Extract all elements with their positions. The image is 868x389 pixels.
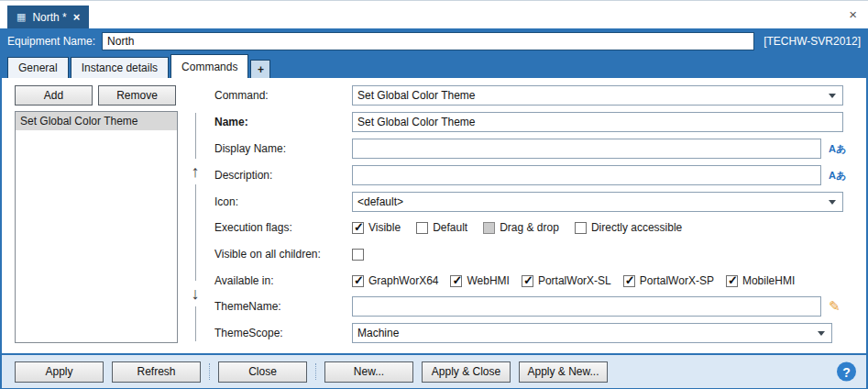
description-input[interactable] [352,165,821,185]
execution-flags-group: Visible Default Drag & drop Directly acc… [352,217,698,238]
equipment-icon: ▦ [16,12,26,22]
description-row: Description: Aあ [214,165,863,185]
checkbox-visible[interactable]: Visible [352,221,401,234]
checkbox-portalworx-sl[interactable]: PortalWorX-SL [522,274,611,287]
checkbox-default-box[interactable] [416,222,428,234]
checkbox-visible-box[interactable] [352,222,364,234]
button-separator [209,363,210,380]
checkbox-portalworx-sl-box[interactable] [522,275,533,287]
new-button[interactable]: New... [324,361,413,383]
name-input[interactable] [352,112,843,132]
checkbox-mobilehmi-box[interactable] [726,275,738,287]
checkbox-mobilehmi[interactable]: MobileHMI [726,274,795,287]
command-value: Set Global Color Theme [357,89,823,102]
checkbox-default[interactable]: Default [416,221,467,234]
add-button[interactable]: Add [15,85,93,106]
remove-button[interactable]: Remove [98,85,176,106]
icon-value: <default> [357,195,823,208]
chevron-down-icon [818,331,825,336]
reorder-control: ↑ ↓ [181,111,209,343]
icon-label: Icon: [214,192,238,212]
display-name-label: Display Name: [214,139,286,159]
checkbox-directly-accessible-label: Directly accessible [591,221,682,234]
visible-on-all-children-row: Visible on all children: [214,244,863,264]
tab-general-label: General [18,61,58,74]
tab-instance-details[interactable]: Instance details [71,57,169,78]
checkbox-drag-drop[interactable]: Drag & drop [483,221,559,234]
equipment-editor-window: ▦ North * × × Equipment Name: [TECHW-SVR… [0,0,868,389]
display-name-row: Display Name: Aあ [214,139,863,159]
localize-icon[interactable]: Aあ [829,169,846,183]
server-name-label: [TECHW-SVR2012] [764,35,861,48]
checkbox-drag-drop-box[interactable] [483,222,495,234]
available-in-row: Available in: GraphWorX64 WebHMI PortalW… [214,271,863,291]
theme-name-input[interactable] [352,296,821,317]
equipment-name-label: Equipment Name: [7,35,95,48]
checkbox-portalworx-sl-label: PortalWorX-SL [538,274,611,287]
command-label: Command: [214,85,269,106]
visible-on-all-children-label: Visible on all children: [214,244,321,264]
execution-flags-label: Execution flags: [214,217,292,238]
rename-icon[interactable]: ✎ [829,298,841,315]
close-button[interactable]: Close [218,361,307,383]
list-item[interactable]: Set Global Color Theme [16,112,177,130]
checkbox-webhmi[interactable]: WebHMI [450,274,509,287]
checkbox-drag-drop-label: Drag & drop [500,221,559,234]
refresh-button[interactable]: Refresh [112,361,201,383]
tab-commands-label: Commands [181,61,237,73]
checkbox-graphworx64[interactable]: GraphWorX64 [352,274,438,287]
checkbox-directly-accessible-box[interactable] [575,222,587,234]
tab-strip: General Instance details Commands + [0,53,868,78]
tab-add[interactable]: + [250,60,270,78]
checkbox-directly-accessible[interactable]: Directly accessible [575,221,682,234]
theme-scope-row: ThemeScope: Machine [214,323,863,343]
document-tab-close-icon[interactable]: × [73,10,81,24]
theme-name-label: ThemeName: [214,296,281,317]
checkbox-visible-on-all-children[interactable] [352,249,364,261]
checkbox-webhmi-label: WebHMI [467,274,509,287]
checkbox-visible-on-all-children-box[interactable] [352,249,364,261]
apply-and-new-button[interactable]: Apply & New... [519,361,608,383]
commands-tab-panel: Add Remove Set Global Color Theme ↑ ↓ Co… [0,78,868,353]
commands-list[interactable]: Set Global Color Theme [15,111,178,343]
footer-button-bar: Apply Refresh Close New... Apply & Close… [0,353,868,389]
localize-icon[interactable]: Aあ [829,142,846,156]
checkbox-webhmi-box[interactable] [450,275,462,287]
theme-scope-label: ThemeScope: [214,323,283,343]
apply-button[interactable]: Apply [15,361,104,383]
document-tab-bar: ▦ North * × × [0,1,868,28]
tab-instance-details-label: Instance details [82,61,158,74]
name-label: Name: [214,112,248,132]
chevron-down-icon [829,94,836,98]
checkbox-graphworx64-label: GraphWorX64 [368,274,438,287]
execution-flags-row: Execution flags: Visible Default Drag & … [214,217,863,238]
button-separator [315,363,316,380]
checkbox-visible-label: Visible [368,221,401,234]
checkbox-default-label: Default [433,221,467,234]
available-in-label: Available in: [214,271,274,291]
icon-row: Icon: <default> [214,192,863,212]
document-tab-north[interactable]: ▦ North * × [7,6,89,28]
theme-scope-combobox[interactable]: Machine [352,323,832,343]
help-icon[interactable]: ? [837,362,856,382]
available-in-group: GraphWorX64 WebHMI PortalWorX-SL PortalW… [352,271,807,291]
window-close-icon[interactable]: × [849,7,857,21]
move-down-icon[interactable]: ↓ [184,281,206,306]
checkbox-portalworx-sp-box[interactable] [623,275,635,287]
description-label: Description: [214,165,272,185]
checkbox-graphworx64-box[interactable] [352,275,364,287]
checkbox-mobilehmi-label: MobileHMI [742,274,795,287]
checkbox-portalworx-sp[interactable]: PortalWorX-SP [623,274,714,287]
command-combobox[interactable]: Set Global Color Theme [352,85,843,106]
theme-scope-value: Machine [357,327,812,339]
tab-commands[interactable]: Commands [170,54,248,78]
display-name-input[interactable] [352,139,821,159]
move-up-icon[interactable]: ↑ [184,159,206,184]
theme-name-row: ThemeName: ✎ [214,296,863,317]
document-tab-title: North * [32,11,66,24]
icon-combobox[interactable]: <default> [352,192,843,212]
name-row: Name: [214,112,863,132]
tab-general[interactable]: General [7,57,69,78]
apply-and-close-button[interactable]: Apply & Close [422,361,511,383]
equipment-name-input[interactable] [102,32,754,50]
